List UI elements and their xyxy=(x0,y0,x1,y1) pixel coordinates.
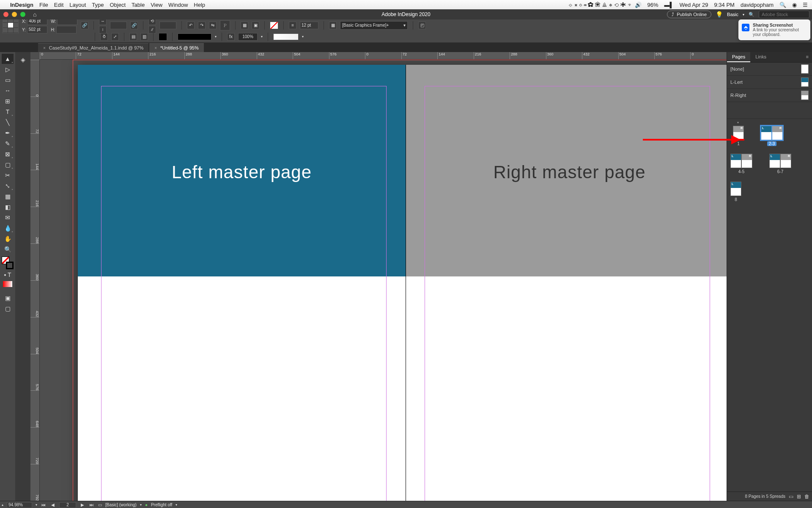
layers-panel-icon[interactable]: ◈ xyxy=(18,55,28,65)
menu-view[interactable]: View xyxy=(151,2,162,8)
align-icon[interactable]: ▤ xyxy=(129,33,137,41)
layer-status[interactable]: [Basic] (working) xyxy=(105,502,137,507)
preflight-status-icon[interactable]: ● xyxy=(145,502,148,507)
text-wrap-icon[interactable]: ▦ xyxy=(329,22,337,29)
stroke-swatch[interactable] xyxy=(159,33,167,41)
app-name[interactable]: InDesign xyxy=(10,2,33,8)
left-page[interactable]: Left master page 2 xyxy=(78,65,406,501)
master-item[interactable]: L-Lert xyxy=(727,76,812,89)
pages-thumbnails[interactable]: ▾ R 1 LR 2-3 LR 4-5 LR 6-7 L 8 xyxy=(727,119,812,491)
menubar-extra-icons[interactable]: ⟐ ⌘ ⊙ ⌫ ✿ ❀ ⟁ ⊕ ⟲ ✱ ᯤ 🔊 xyxy=(568,2,642,8)
right-page[interactable]: Right master page 3 xyxy=(406,65,727,501)
object-style-dropdown[interactable]: [Basic Graphics Frame]+▾ xyxy=(340,21,408,30)
publish-online-button[interactable]: ⤴ Publish Online xyxy=(667,11,711,18)
paragraph-icon[interactable]: P xyxy=(220,20,230,30)
prev-page-button[interactable]: ◀ xyxy=(50,502,56,507)
distribute-icon[interactable]: ▥ xyxy=(140,33,148,41)
stroke-style-dropdown[interactable] xyxy=(178,33,211,40)
user-label[interactable]: davidpopham xyxy=(741,2,774,8)
next-page-button[interactable]: ▶ xyxy=(80,502,85,507)
menu-object[interactable]: Object xyxy=(110,2,126,8)
direct-selection-tool[interactable]: ▷ xyxy=(2,64,14,75)
zoom-tool[interactable]: 🔍 xyxy=(2,244,14,254)
master-item[interactable]: R-Right xyxy=(727,89,812,102)
first-page-button[interactable]: ⏮ xyxy=(41,502,47,507)
scale-y-icon[interactable]: ↕ xyxy=(99,26,107,33)
panel-divider[interactable] xyxy=(727,102,812,119)
gap-tool[interactable]: ↔ xyxy=(2,86,14,96)
rectangle-frame-tool[interactable]: ⊠▸ xyxy=(2,149,14,159)
flip-both-icon[interactable]: ⤢ xyxy=(111,33,119,41)
menu-file[interactable]: File xyxy=(39,2,48,8)
workspace-switcher[interactable]: Basic xyxy=(727,12,738,17)
constrain-icon[interactable]: 🔗 xyxy=(81,22,88,29)
gradient-swatch-tool[interactable]: ▦ xyxy=(2,191,14,202)
open-dialog-icon[interactable]: ▭ xyxy=(98,502,102,507)
close-window-button[interactable] xyxy=(3,12,8,17)
page-thumb[interactable]: L 8 xyxy=(730,182,741,202)
menu-type[interactable]: Type xyxy=(92,2,104,8)
screenshot-notification[interactable]: ⬘ Sharing Screenshot A link to your scre… xyxy=(738,19,810,40)
scissors-tool[interactable]: ✂ xyxy=(2,170,14,180)
view-mode-normal[interactable]: ▣ xyxy=(2,293,14,303)
hand-tool[interactable]: ✋ xyxy=(2,234,14,244)
select-container-icon[interactable]: ▦ xyxy=(241,22,248,29)
rotate-field[interactable] xyxy=(159,22,176,29)
type-tool[interactable]: T▸ xyxy=(2,107,14,117)
minimize-window-button[interactable] xyxy=(12,12,17,17)
fill-swatch[interactable] xyxy=(270,22,278,29)
notification-center-icon[interactable]: ☰ xyxy=(803,2,808,8)
adobe-stock-search[interactable] xyxy=(759,11,809,18)
edit-page-size-icon[interactable]: ▭ xyxy=(789,494,793,500)
note-tool[interactable]: ✉ xyxy=(2,213,14,223)
stroke-weight-field[interactable] xyxy=(300,22,318,29)
last-page-button[interactable]: ⏭ xyxy=(89,502,95,507)
apply-gradient-icon[interactable] xyxy=(3,281,12,287)
h-field[interactable] xyxy=(56,26,77,33)
view-mode-preview[interactable]: ▢ xyxy=(2,304,14,314)
vertical-ruler[interactable]: 072144216288360432504576648720792 xyxy=(30,60,40,501)
menu-help[interactable]: Help xyxy=(194,2,205,8)
effects-preview[interactable] xyxy=(273,33,299,40)
menu-edit[interactable]: Edit xyxy=(54,2,63,8)
right-page-text[interactable]: Right master page xyxy=(406,162,727,182)
siri-icon[interactable]: ◉ xyxy=(792,2,797,8)
master-item[interactable]: [None] xyxy=(727,63,812,76)
flip-h-icon[interactable]: ⇋ xyxy=(209,22,217,29)
horizontal-ruler[interactable]: 0721442162883604325045760721442162883604… xyxy=(40,52,727,60)
document-canvas[interactable]: 0721442162883604325045760721442162883604… xyxy=(30,52,727,501)
flip-v-icon[interactable]: ⥁ xyxy=(100,33,108,41)
fill-stroke-toggle[interactable] xyxy=(2,257,14,269)
menu-window[interactable]: Window xyxy=(168,2,188,8)
preflight-status[interactable]: Preflight off xyxy=(151,502,172,507)
zoom-level-field[interactable]: 94.98% xyxy=(7,502,32,508)
rotate-ccw-icon[interactable]: ↶ xyxy=(187,22,195,29)
chevron-down-icon[interactable]: ▾ xyxy=(737,121,739,124)
chevron-down-icon[interactable]: ▾ xyxy=(36,503,37,507)
zoom-window-button[interactable] xyxy=(20,12,25,17)
scale-x-field[interactable] xyxy=(110,22,127,29)
rectangle-tool[interactable]: ▢▸ xyxy=(2,160,14,170)
page-tool[interactable]: ▭ xyxy=(2,75,14,85)
menu-table[interactable]: Table xyxy=(132,2,145,8)
pencil-tool[interactable]: ✎▸ xyxy=(2,138,14,149)
pen-tool[interactable]: ✒▸ xyxy=(2,128,14,138)
doc-tab[interactable]: × CaseStudy#9_Moz_Almeida_1.1.indd @ 97% xyxy=(38,43,148,52)
content-collector-tool[interactable]: ⊞ xyxy=(2,96,14,106)
select-content-icon[interactable]: ▣ xyxy=(252,22,259,29)
line-tool[interactable]: ╲ xyxy=(2,117,14,127)
doc-tab[interactable]: × *Untitled-5 @ 95% xyxy=(149,43,204,52)
shear-icon[interactable]: ⫽ xyxy=(148,26,156,33)
new-page-icon[interactable]: ⊞ xyxy=(797,494,801,500)
apply-color-icon[interactable]: ▪ T xyxy=(2,270,14,280)
effects-icon[interactable]: fx xyxy=(227,33,235,41)
tab-links[interactable]: Links xyxy=(750,52,771,62)
panel-menu-icon[interactable]: ≡ xyxy=(803,52,812,62)
opacity-field[interactable]: 100% xyxy=(238,33,258,41)
workspace-caret-icon[interactable]: ▾ xyxy=(743,13,744,17)
spotlight-icon[interactable]: 🔍 xyxy=(779,2,786,8)
left-page-text[interactable]: Left master page xyxy=(78,162,406,182)
page-thumb[interactable]: LR 6-7 xyxy=(769,154,791,174)
reference-point-grid[interactable] xyxy=(3,17,19,33)
free-transform-tool[interactable]: ⤡▸ xyxy=(2,181,14,191)
